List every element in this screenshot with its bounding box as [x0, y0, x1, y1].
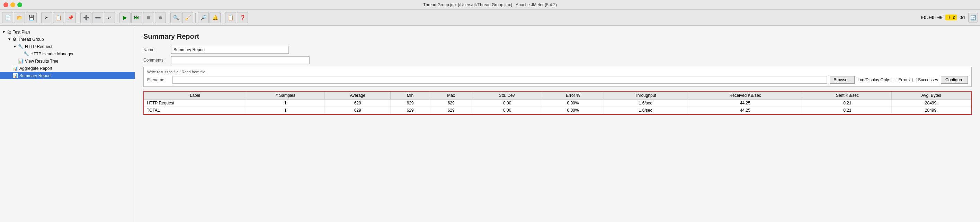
shutdown-button[interactable]: ⏺: [155, 12, 166, 23]
table-row: HTTP Request16296296290.000.00%1.6/sec44…: [144, 100, 971, 107]
main-area: ▼ 🗂 Test Plan ▼ ⚙ Thread Group ▼ 🔧 HTTP …: [0, 25, 980, 222]
help-button[interactable]: ❓: [237, 12, 248, 23]
sidebar-item-http-header-manager[interactable]: 🔧 HTTP Header Manager: [0, 50, 135, 57]
undo-button[interactable]: ↩: [104, 12, 115, 23]
col-min: Min: [390, 92, 430, 100]
log-display: Log/Display Only: Errors Successes Confi…: [858, 76, 968, 84]
warning-icon: ⚠️: [947, 15, 952, 20]
test-plan-label: Test Plan: [13, 30, 30, 35]
cell-0-5: 0.00: [473, 100, 542, 107]
cell-0-10: 28499.: [892, 100, 971, 107]
cell-1-6: 0.00%: [542, 107, 604, 114]
remove-button[interactable]: ➖: [92, 12, 103, 23]
cell-1-0: TOTAL: [144, 107, 246, 114]
sidebar: ▼ 🗂 Test Plan ▼ ⚙ Thread Group ▼ 🔧 HTTP …: [0, 25, 135, 222]
cell-1-1: 1: [246, 107, 325, 114]
filename-input[interactable]: [172, 76, 827, 84]
cell-0-6: 0.00%: [542, 100, 604, 107]
http-header-label: HTTP Header Manager: [30, 52, 74, 56]
elapsed-time: 00:00:00: [921, 15, 943, 20]
clear-all-button[interactable]: 🧹: [182, 12, 193, 23]
cell-0-0: HTTP Request: [144, 100, 246, 107]
sidebar-item-summary-report[interactable]: 📊 Summary Report: [0, 72, 135, 79]
sidebar-item-http-request[interactable]: ▼ 🔧 HTTP Request: [0, 43, 135, 50]
http-header-icon: 🔧: [24, 51, 29, 56]
successes-checkbox-label[interactable]: Successes: [913, 78, 938, 82]
cell-0-4: 629: [430, 100, 473, 107]
name-label: Name:: [143, 48, 171, 52]
title-bar: Thread Group.jmx (/Users/cjl/Thread Grou…: [0, 0, 980, 10]
window-title: Thread Group.jmx (/Users/cjl/Thread Grou…: [423, 2, 557, 7]
cut-button[interactable]: ✂: [41, 12, 52, 23]
cell-1-8: 44.25: [687, 107, 803, 114]
page-title: Summary Report: [143, 33, 972, 40]
save-button[interactable]: 💾: [25, 12, 37, 23]
toolbar: 📄 📂 💾 ✂ 📋 📌 ➕ ➖ ↩ ▶ ⏭ ⏹ ⏺ 🔍 🧹 🔎 🔔 📋 ❓ 00…: [0, 10, 980, 25]
maximize-button[interactable]: [18, 2, 22, 7]
separator-2: [78, 13, 78, 22]
results-tbody: HTTP Request16296296290.000.00%1.6/sec44…: [144, 100, 971, 114]
cell-1-10: 28499.: [892, 107, 971, 114]
arrow-test-plan: ▼: [2, 30, 6, 34]
window-controls[interactable]: [3, 2, 22, 7]
arrow-aggregate: [8, 67, 11, 70]
cell-0-3: 629: [390, 100, 430, 107]
separator-3: [117, 13, 118, 22]
col-std-dev: Std. Dev.: [473, 92, 542, 100]
aggregate-label: Aggregate Report: [19, 66, 52, 71]
stop-button[interactable]: ⏹: [143, 12, 154, 23]
arrow-http-request: ▼: [13, 44, 17, 48]
add-button[interactable]: ➕: [80, 12, 91, 23]
sidebar-item-aggregate-report[interactable]: 📊 Aggregate Report: [0, 65, 135, 72]
sidebar-item-view-results-tree[interactable]: 📊 View Results Tree: [0, 57, 135, 65]
successes-label: Successes: [918, 78, 938, 82]
comments-row: Comments:: [143, 56, 972, 64]
col-throughput: Throughput: [604, 92, 687, 100]
summary-icon: 📊: [13, 73, 18, 78]
run-button[interactable]: ▶: [119, 12, 130, 23]
cell-0-9: 0.21: [803, 100, 892, 107]
paste-button[interactable]: 📌: [65, 12, 76, 23]
function-helper-button[interactable]: 🔔: [210, 12, 221, 23]
clear-button[interactable]: 🔍: [170, 12, 181, 23]
run-no-pause-button[interactable]: ⏭: [131, 12, 142, 23]
errors-checkbox[interactable]: [893, 78, 897, 82]
arrow-thread-group: ▼: [8, 37, 11, 41]
filename-label: Filename: [147, 78, 170, 82]
open-button[interactable]: 📂: [14, 12, 25, 23]
name-row: Name:: [143, 46, 972, 54]
comments-input[interactable]: [171, 56, 310, 64]
sidebar-item-thread-group[interactable]: ▼ ⚙ Thread Group: [0, 36, 135, 43]
thread-group-icon: ⚙: [13, 36, 17, 42]
file-section: Write results to file / Read from file F…: [143, 67, 972, 87]
file-row: Filename Browse... Log/Display Only: Err…: [147, 76, 968, 84]
successes-checkbox[interactable]: [913, 78, 917, 82]
test-plan-icon: 🗂: [7, 29, 11, 35]
results-table-container: Label # Samples Average Min Max Std. Dev…: [143, 91, 972, 115]
sidebar-item-test-plan[interactable]: ▼ 🗂 Test Plan: [0, 29, 135, 36]
separator-1: [39, 13, 39, 22]
arrow-http-header: [19, 52, 22, 56]
configure-button[interactable]: Configure: [941, 76, 968, 84]
cell-1-3: 629: [390, 107, 430, 114]
file-section-title: Write results to file / Read from file: [147, 70, 968, 74]
new-button[interactable]: 📄: [2, 12, 13, 23]
browse-button[interactable]: Browse...: [830, 76, 854, 84]
minimize-button[interactable]: [10, 2, 15, 7]
toolbar-right: 00:00:00 ⚠️ 0 0/1 🔄: [921, 13, 978, 22]
comments-label: Comments:: [143, 58, 171, 63]
copy-button[interactable]: 📋: [53, 12, 64, 23]
name-input[interactable]: [171, 46, 289, 54]
thread-group-label: Thread Group: [18, 37, 44, 42]
close-button[interactable]: [3, 2, 8, 7]
col-error-pct: Error %: [542, 92, 604, 100]
separator-5: [195, 13, 196, 22]
search-button[interactable]: 🔎: [198, 12, 209, 23]
errors-checkbox-label[interactable]: Errors: [893, 78, 910, 82]
col-avg-bytes: Avg. Bytes: [892, 92, 971, 100]
cell-1-2: 629: [325, 107, 390, 114]
cell-1-5: 0.00: [473, 107, 542, 114]
refresh-button[interactable]: 🔄: [968, 13, 978, 22]
content-area: Summary Report Name: Comments: Write res…: [135, 25, 980, 222]
list-button[interactable]: 📋: [225, 12, 236, 23]
